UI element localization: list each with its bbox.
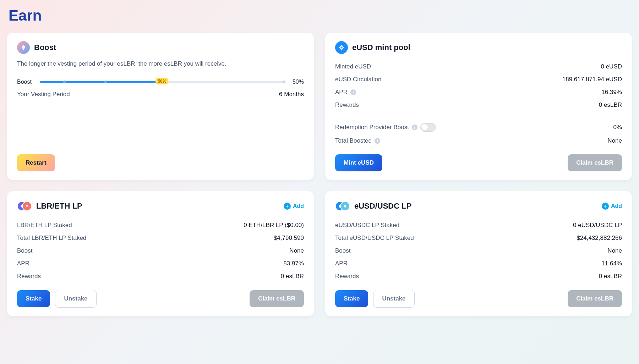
lbr-eth-header: LBR/ETH LP + Add bbox=[17, 200, 304, 213]
add-label: Add bbox=[611, 203, 622, 209]
lbr-apr-label: APR bbox=[17, 260, 29, 267]
boost-percent-value: 50% bbox=[293, 79, 304, 85]
eu-apr-value: 11.64% bbox=[601, 260, 622, 267]
boost-slider-row: Boost 50% 50% bbox=[17, 76, 304, 88]
eusd-rewards-row: Rewards 0 esLBR bbox=[335, 99, 622, 111]
eusd-rewards-value: 0 esLBR bbox=[599, 101, 622, 109]
vesting-row: Your Vesting Period 6 Months bbox=[17, 88, 304, 101]
claim-eslbr-button[interactable]: Claim esLBR bbox=[250, 290, 304, 307]
eusd-apr-label: APR bbox=[335, 89, 348, 96]
lbr-eth-add-link[interactable]: + Add bbox=[284, 203, 304, 210]
eusd-buttons: Mint eUSD Claim esLBR bbox=[335, 154, 622, 171]
total-boosted-label: Total Boosted bbox=[335, 137, 372, 144]
lbr-boost-label: Boost bbox=[17, 247, 32, 254]
minted-row: Minted eUSD 0 eUSD bbox=[335, 60, 622, 73]
lbr-total-staked-value: $4,790,590 bbox=[274, 235, 304, 242]
info-icon[interactable]: i bbox=[350, 89, 356, 95]
eu-total-staked-label: Total eUSD/USDC LP Staked bbox=[335, 235, 414, 242]
eusd-card-title: eUSD mint pool bbox=[352, 43, 410, 52]
eusd-rewards-label: Rewards bbox=[335, 101, 359, 109]
lbr-eth-icon bbox=[17, 200, 32, 213]
eu-rewards-value: 0 esLBR bbox=[599, 273, 622, 280]
eusd-usdc-header: eUSD/USDC LP + Add bbox=[335, 200, 622, 213]
eu-staked-value: 0 eUSD/USDC LP bbox=[573, 222, 622, 229]
restart-button[interactable]: Restart bbox=[17, 154, 55, 171]
eusd-apr-value: 16.39% bbox=[601, 89, 622, 96]
circulation-value: 189,617,871.94 eUSD bbox=[562, 76, 622, 83]
total-boosted-row: Total Boosted i None bbox=[335, 134, 622, 147]
divider bbox=[325, 116, 632, 116]
stake-button[interactable]: Stake bbox=[17, 290, 50, 307]
lbr-staked-value: 0 ETH/LBR LP ($0.00) bbox=[244, 222, 304, 229]
eusd-icon bbox=[335, 41, 348, 54]
boost-card-title: Boost bbox=[34, 43, 56, 52]
lbr-eth-lp-card: LBR/ETH LP + Add LBR/ETH LP Staked0 ETH/… bbox=[7, 191, 314, 316]
eu-boost-value: None bbox=[607, 247, 622, 254]
eusd-usdc-title: eUSD/USDC LP bbox=[354, 202, 411, 211]
card-grid: Boost The longer the vesting period of y… bbox=[7, 33, 632, 316]
plus-icon: + bbox=[284, 203, 291, 210]
eusd-usdc-add-link[interactable]: + Add bbox=[602, 203, 622, 210]
eusd-usdc-buttons: Stake Unstake Claim esLBR bbox=[335, 290, 622, 308]
page-title: Earn bbox=[7, 7, 632, 24]
boost-buttons: Restart bbox=[17, 154, 304, 171]
circulation-row: eUSD Circulation 189,617,871.94 eUSD bbox=[335, 73, 622, 86]
lbr-eth-buttons: Stake Unstake Claim esLBR bbox=[17, 290, 304, 308]
boost-icon bbox=[17, 41, 30, 54]
lbr-apr-value: 83.97% bbox=[283, 260, 304, 267]
info-icon[interactable]: i bbox=[412, 125, 417, 130]
eu-boost-label: Boost bbox=[335, 247, 350, 254]
vesting-label: Your Vesting Period bbox=[17, 91, 70, 98]
boost-slider-label: Boost bbox=[17, 79, 32, 85]
eusd-card-header: eUSD mint pool bbox=[335, 41, 622, 54]
svg-point-0 bbox=[341, 47, 343, 49]
lbr-total-staked-label: Total LBR/ETH LP Staked bbox=[17, 235, 86, 242]
circulation-label: eUSD Circulation bbox=[335, 76, 381, 83]
add-label: Add bbox=[293, 203, 304, 209]
info-icon[interactable]: i bbox=[375, 138, 380, 144]
minted-label: Minted eUSD bbox=[335, 63, 371, 70]
eusd-usdc-icon bbox=[335, 200, 350, 213]
boost-slider[interactable]: 50% bbox=[40, 81, 284, 83]
stake-button[interactable]: Stake bbox=[335, 290, 368, 307]
minted-value: 0 eUSD bbox=[601, 63, 622, 70]
lbr-rewards-label: Rewards bbox=[17, 273, 41, 280]
eusd-apr-row: APR i 16.39% bbox=[335, 86, 622, 99]
redemption-toggle[interactable] bbox=[420, 123, 436, 132]
redemption-row: Redemption Provider Boost i 0% bbox=[335, 120, 622, 134]
lbr-staked-label: LBR/ETH LP Staked bbox=[17, 222, 72, 229]
lbr-boost-value: None bbox=[289, 247, 304, 254]
lbr-eth-title: LBR/ETH LP bbox=[36, 202, 82, 211]
total-boosted-value: None bbox=[607, 137, 622, 144]
claim-eslbr-button[interactable]: Claim esLBR bbox=[568, 290, 622, 307]
plus-icon: + bbox=[602, 203, 609, 210]
boost-description: The longer the vesting period of your es… bbox=[17, 60, 304, 67]
slider-badge: 50% bbox=[155, 78, 168, 84]
boost-card-header: Boost bbox=[17, 41, 304, 54]
unstake-button[interactable]: Unstake bbox=[373, 290, 414, 308]
redemption-value: 0% bbox=[613, 124, 622, 131]
unstake-button[interactable]: Unstake bbox=[55, 290, 96, 308]
mint-eusd-button[interactable]: Mint eUSD bbox=[335, 154, 382, 171]
eu-apr-label: APR bbox=[335, 260, 348, 267]
claim-eslbr-button[interactable]: Claim esLBR bbox=[568, 154, 622, 171]
eusd-pool-card: eUSD mint pool Minted eUSD 0 eUSD eUSD C… bbox=[325, 33, 632, 180]
vesting-value: 6 Months bbox=[279, 91, 304, 98]
eu-staked-label: eUSD/USDC LP Staked bbox=[335, 222, 399, 229]
lbr-rewards-value: 0 esLBR bbox=[281, 273, 304, 280]
eu-rewards-label: Rewards bbox=[335, 273, 359, 280]
eusd-usdc-lp-card: eUSD/USDC LP + Add eUSD/USDC LP Staked0 … bbox=[325, 191, 632, 316]
boost-card: Boost The longer the vesting period of y… bbox=[7, 33, 314, 180]
eu-total-staked-value: $24,432,882.266 bbox=[577, 235, 622, 242]
redemption-label: Redemption Provider Boost bbox=[335, 124, 409, 131]
